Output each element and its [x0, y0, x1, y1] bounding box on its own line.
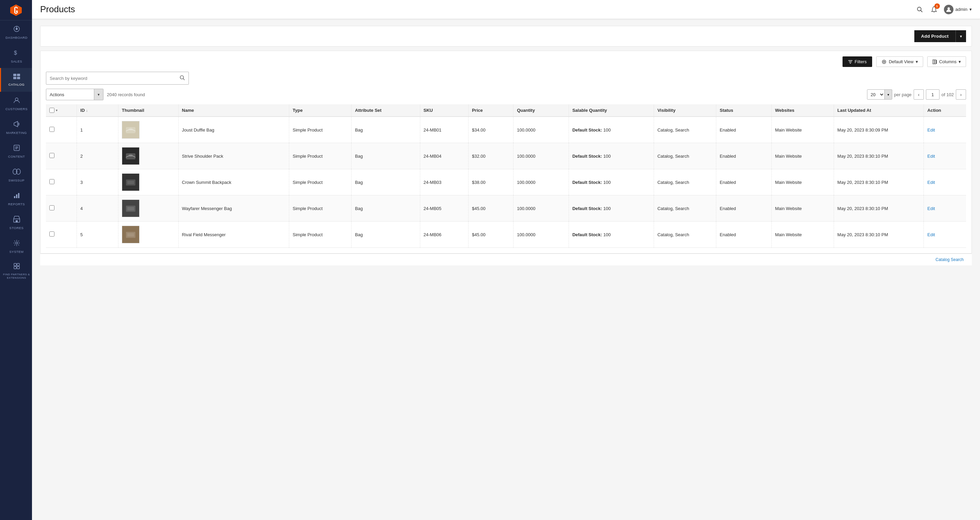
page-title: Products [40, 4, 75, 14]
svg-point-10 [15, 98, 18, 101]
row-edit-link[interactable]: Edit [927, 180, 935, 185]
dashboard-icon [13, 25, 21, 34]
row-quantity: 100.0000 [514, 195, 569, 222]
row-edit-link[interactable]: Edit [927, 154, 935, 159]
row-status: Enabled [716, 169, 772, 195]
thumbnail-image [122, 173, 140, 191]
row-checkbox[interactable] [49, 231, 54, 236]
row-quantity: 100.0000 [514, 117, 569, 143]
add-product-dropdown-button[interactable]: ▾ [956, 30, 966, 42]
th-visibility[interactable]: Visibility [654, 104, 716, 117]
select-all-checkbox[interactable] [49, 108, 54, 113]
th-id[interactable]: ID ↓ [77, 104, 118, 117]
row-checkbox[interactable] [49, 127, 54, 132]
row-edit-link[interactable]: Edit [927, 206, 935, 211]
th-status[interactable]: Status [716, 104, 772, 117]
sales-icon: $ [13, 49, 21, 58]
search-button[interactable] [915, 5, 924, 14]
sidebar-item-label: CATALOG [8, 82, 25, 86]
th-type[interactable]: Type [289, 104, 352, 117]
sidebar-item-customers[interactable]: CUSTOMERS [0, 92, 32, 116]
th-salable-quantity[interactable]: Salable Quantity [569, 104, 654, 117]
sidebar-item-label: CONTENT [8, 155, 25, 159]
actions-left: Actions ▾ 2040 records found [46, 89, 145, 100]
current-page-input[interactable] [926, 89, 940, 100]
per-page-dropdown-button[interactable]: ▾ [885, 90, 892, 99]
row-type: Simple Product [289, 117, 352, 143]
row-updated: May 20, 2023 8:30:10 PM [834, 195, 924, 222]
th-thumbnail: Thumbnail [118, 104, 178, 117]
prev-page-button[interactable]: ‹ [914, 89, 924, 100]
sidebar-item-reports[interactable]: REPORTS [0, 187, 32, 211]
sidebar-item-label: SWISSUP [8, 178, 24, 182]
th-last-updated[interactable]: Last Updated At [834, 104, 924, 117]
svg-rect-8 [13, 77, 16, 79]
actions-dropdown-button[interactable]: ▾ [94, 89, 103, 100]
th-sku[interactable]: SKU [420, 104, 468, 117]
view-button[interactable]: Default View ▾ [876, 56, 923, 67]
sidebar-item-catalog[interactable]: CATALOG [0, 68, 32, 92]
th-attr-set[interactable]: Attribute Set [352, 104, 420, 117]
svg-line-32 [920, 10, 922, 12]
sidebar-item-swissup[interactable]: SWISSUP [0, 163, 32, 187]
swissup-icon [12, 168, 21, 177]
row-attribute-set: Bag [352, 143, 420, 169]
catalog-search-footer-link[interactable]: Catalog Search [935, 257, 964, 262]
page-total: of 102 [942, 92, 954, 97]
row-status: Enabled [716, 117, 772, 143]
columns-button[interactable]: Columns ▾ [927, 56, 966, 67]
row-thumbnail [118, 117, 178, 143]
notification-wrapper[interactable]: 1 [930, 5, 939, 14]
sidebar-item-system[interactable]: SYSTEM [0, 235, 32, 258]
row-action: Edit [924, 195, 966, 222]
view-label: Default View [889, 59, 914, 64]
sidebar-item-sales[interactable]: $ SALES [0, 44, 32, 68]
add-product-button[interactable]: Add Product [914, 30, 956, 42]
sidebar-item-label: MARKETING [6, 131, 27, 135]
actions-row: Actions ▾ 2040 records found 20 ▾ [46, 89, 966, 100]
row-visibility: Catalog, Search [654, 222, 716, 248]
row-salable-quantity: Default Stock: 100 [569, 169, 654, 195]
row-quantity: 100.0000 [514, 143, 569, 169]
row-websites: Main Website [772, 222, 834, 248]
row-checkbox[interactable] [49, 205, 54, 210]
svg-rect-41 [934, 60, 936, 64]
columns-label: Columns [939, 59, 956, 64]
search-input[interactable] [50, 76, 180, 81]
filters-button[interactable]: Filters [843, 56, 872, 67]
row-thumbnail [118, 222, 178, 248]
top-header: Products 1 admin ▾ [32, 0, 980, 19]
row-websites: Main Website [772, 169, 834, 195]
sidebar-item-dashboard[interactable]: DASHBOARD [0, 21, 32, 44]
per-page-select[interactable]: 20 [867, 90, 885, 99]
search-submit-button[interactable] [180, 75, 185, 82]
sidebar-item-find-partners[interactable]: FIND PARTNERS & EXTENSIONS [0, 258, 32, 284]
row-checkbox-cell [46, 143, 77, 169]
row-checkbox[interactable] [49, 153, 54, 158]
row-price: $38.00 [468, 169, 513, 195]
admin-chevron-icon: ▾ [969, 7, 972, 12]
actions-select[interactable]: Actions [46, 89, 94, 100]
admin-user-menu[interactable]: admin ▾ [944, 5, 972, 14]
select-all-dropdown-button[interactable]: ▾ [56, 108, 57, 112]
row-edit-link[interactable]: Edit [927, 127, 935, 133]
sidebar-item-stores[interactable]: STORES [0, 211, 32, 235]
sidebar-item-content[interactable]: CONTENT [0, 140, 32, 163]
th-quantity[interactable]: Quantity [514, 104, 569, 117]
svg-rect-54 [127, 233, 134, 236]
sidebar-item-label: SALES [11, 59, 22, 63]
row-sku: 24-MB06 [420, 222, 468, 248]
th-price[interactable]: Price [468, 104, 513, 117]
row-checkbox[interactable] [49, 179, 54, 184]
sidebar-item-marketing[interactable]: MARKETING [0, 116, 32, 140]
svg-rect-28 [17, 263, 19, 266]
row-sku: 24-MB05 [420, 195, 468, 222]
row-edit-link[interactable]: Edit [927, 232, 935, 237]
next-page-button[interactable]: › [956, 89, 966, 100]
th-websites[interactable]: Websites [772, 104, 834, 117]
product-table: ▾ ID ↓ Thumbnail Name [46, 104, 966, 248]
th-name[interactable]: Name [178, 104, 289, 117]
row-type: Simple Product [289, 195, 352, 222]
row-attribute-set: Bag [352, 117, 420, 143]
th-id-label: ID [80, 108, 85, 113]
